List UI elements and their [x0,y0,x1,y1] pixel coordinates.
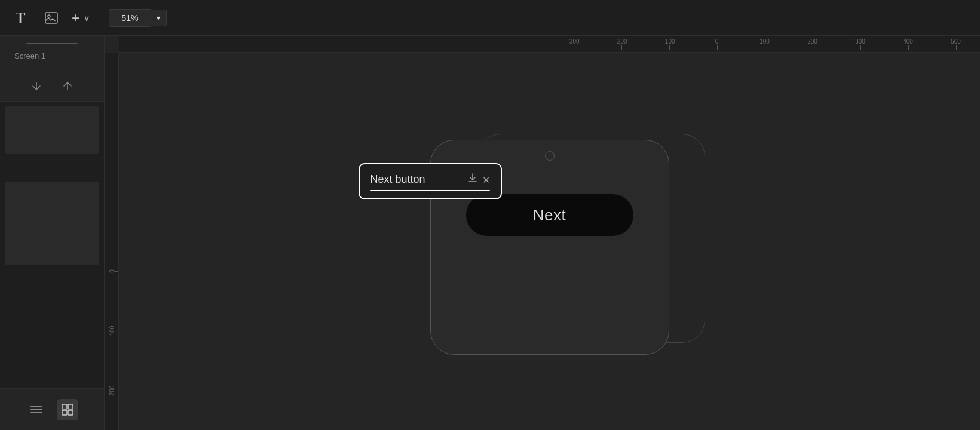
svg-point-1 [48,15,50,17]
main-area: Screen 1 [0,36,980,430]
sidebar-content [0,102,104,388]
svg-rect-7 [62,410,67,415]
grid-icon-button[interactable] [57,399,78,420]
canvas-content: Next button × Next [119,53,980,430]
phone-container: Next button × Next [430,140,669,355]
add-element-button[interactable]: + ∨ [72,10,90,26]
popup-underline [370,190,490,191]
phone-frame: Next button × Next [430,140,669,355]
image-tool-icon[interactable] [41,7,62,29]
sidebar: Screen 1 [0,36,105,430]
popup-title: Next button [370,173,463,186]
canvas-area: -300 -200 -100 0 100 200 300 400 500 600… [105,36,980,430]
svg-rect-6 [68,404,73,409]
next-button-popup: Next button × [359,163,502,199]
next-button[interactable]: Next [466,194,633,236]
phone-notch-area [431,140,669,161]
sidebar-top-panel: Screen 1 [0,36,104,102]
zoom-control: 51% ▾ [109,9,167,27]
nav-up-button[interactable] [58,76,77,96]
vertical-ruler: 0 100 200 [105,53,119,430]
zoom-value[interactable]: 51% [109,9,151,27]
zoom-dropdown-button[interactable]: ▾ [151,10,167,26]
text-tool-icon[interactable]: T [10,7,31,29]
nav-down-button[interactable] [27,76,46,96]
horizontal-ruler: -300 -200 -100 0 100 200 300 400 500 600 [119,36,980,53]
sidebar-nav [0,67,104,105]
svg-rect-8 [68,410,73,415]
popup-header: Next button × [370,173,490,186]
popup-close-button[interactable]: × [483,174,490,186]
svg-rect-5 [62,404,67,409]
sidebar-panel-1 [5,106,99,154]
sidebar-bottom [0,388,104,430]
menu-icon-button[interactable] [26,399,47,420]
toolbar: T + ∨ 51% ▾ [0,0,980,36]
vruler-marks-inner: 0 100 200 [105,241,118,420]
phone-camera [545,151,555,161]
screen-label: Screen 1 [10,51,45,60]
sidebar-panel-2 [5,182,99,265]
svg-rect-0 [45,13,57,23]
next-button-wrapper: Next button × Next [466,170,633,236]
ruler-marks-inner: -300 -200 -100 0 100 200 300 400 500 600 [550,36,981,52]
next-button-label: Next [533,206,566,225]
popup-download-icon[interactable] [467,173,478,186]
